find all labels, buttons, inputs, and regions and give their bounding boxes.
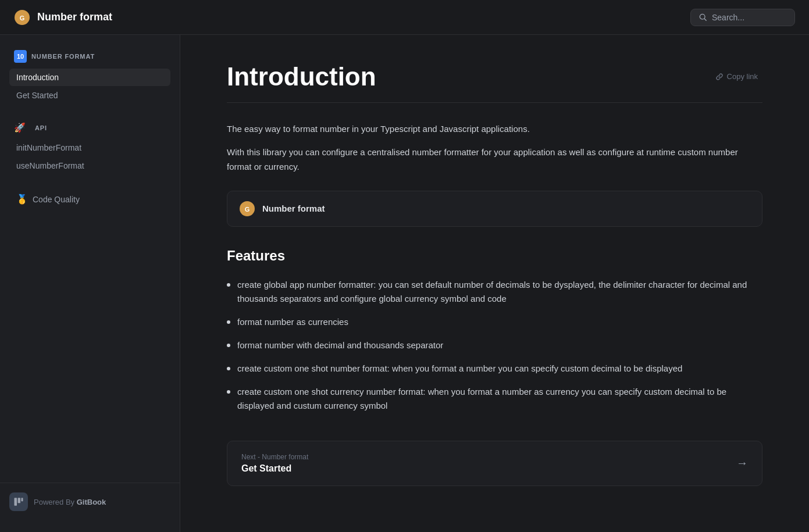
- sidebar-item-get-started[interactable]: Get Started: [9, 87, 170, 104]
- bullet-icon-2: [227, 320, 230, 324]
- svg-text:G: G: [245, 206, 250, 213]
- feature-text-3: format number with decimal and thousands…: [237, 338, 443, 352]
- gitbook-brand: GitBook: [77, 498, 106, 506]
- next-nav-label: Next - Number format: [241, 453, 308, 461]
- sidebar-section-number-format: 10 NUMBER FORMAT Introduction Get Starte…: [0, 47, 180, 105]
- package-card-name: Number format: [262, 203, 325, 213]
- sidebar-section-code-quality: 🥇 Code Quality: [0, 189, 180, 209]
- sidebar-section-title-number-format: NUMBER FORMAT: [31, 53, 95, 60]
- sidebar-section-header: 10 NUMBER FORMAT: [9, 47, 170, 66]
- sidebar-section-title-api: API: [35, 124, 47, 131]
- package-card[interactable]: G Number format: [227, 191, 762, 227]
- search-box[interactable]: Search...: [690, 9, 795, 26]
- feature-item-1: create global app number formatter: you …: [227, 278, 762, 306]
- powered-by-label: Powered By GitBook: [34, 498, 106, 506]
- bullet-icon-1: [227, 283, 230, 287]
- next-nav-content: Next - Number format Get Started: [241, 453, 308, 474]
- feature-item-4: create custom one shot number format: wh…: [227, 362, 762, 376]
- api-emoji-icon: 🚀: [14, 122, 26, 133]
- feature-item-3: format number with decimal and thousands…: [227, 338, 762, 352]
- gitbook-logo-icon: [9, 492, 28, 511]
- sidebar-item-introduction[interactable]: Introduction: [9, 69, 170, 86]
- features-heading: Features: [227, 248, 762, 264]
- sidebar-item-use-label: useNumberFormat: [16, 161, 84, 170]
- sidebar-section-api: 🚀 API initNumberFormat useNumberFormat: [0, 119, 180, 175]
- sidebar-item-init-number-format[interactable]: initNumberFormat: [9, 139, 170, 156]
- bullet-icon-5: [227, 390, 230, 394]
- feature-text-2: format number as currencies: [237, 315, 348, 329]
- content-area: Introduction Copy link The easy way to f…: [180, 35, 809, 532]
- svg-text:G: G: [20, 15, 25, 22]
- app-logo: G: [14, 9, 30, 26]
- main-layout: 10 NUMBER FORMAT Introduction Get Starte…: [0, 35, 809, 532]
- package-card-logo-icon: G: [239, 201, 255, 217]
- page-title-row: Introduction Copy link: [227, 63, 762, 103]
- sidebar-item-introduction-label: Introduction: [16, 73, 59, 82]
- sidebar-item-init-label: initNumberFormat: [16, 143, 81, 152]
- header-title: Number format: [37, 11, 112, 23]
- svg-rect-5: [18, 498, 21, 503]
- feature-text-4: create custom one shot number format: wh…: [237, 362, 682, 376]
- svg-rect-6: [22, 498, 23, 501]
- feature-item-2: format number as currencies: [227, 315, 762, 329]
- bullet-icon-3: [227, 344, 230, 347]
- sidebar-item-code-quality-label: Code Quality: [33, 195, 80, 204]
- sidebar: 10 NUMBER FORMAT Introduction Get Starte…: [0, 35, 180, 532]
- search-placeholder: Search...: [712, 13, 744, 22]
- sidebar-item-use-number-format[interactable]: useNumberFormat: [9, 157, 170, 174]
- sidebar-api-header: 🚀 API: [9, 119, 170, 137]
- feature-text-5: create custom one shot currency number f…: [237, 385, 762, 413]
- svg-line-3: [704, 19, 706, 20]
- next-nav-card[interactable]: Next - Number format Get Started →: [227, 441, 762, 486]
- code-quality-emoji-icon: 🥇: [16, 194, 28, 205]
- page-title: Introduction: [227, 63, 376, 91]
- next-nav-title: Get Started: [241, 463, 308, 474]
- feature-item-5: create custom one shot currency number f…: [227, 385, 762, 413]
- top-header: G Number format Search...: [0, 0, 809, 35]
- sidebar-footer: Powered By GitBook: [0, 483, 180, 520]
- copy-link-label: Copy link: [727, 72, 758, 81]
- feature-text-1: create global app number formatter: you …: [237, 278, 762, 306]
- sidebar-item-get-started-label: Get Started: [16, 91, 58, 100]
- header-left: G Number format: [14, 9, 112, 26]
- link-icon: [715, 73, 724, 81]
- bullet-icon-4: [227, 367, 230, 370]
- intro-paragraph-2: With this library you can configure a ce…: [227, 145, 762, 174]
- sidebar-item-code-quality[interactable]: 🥇 Code Quality: [9, 190, 170, 209]
- number-format-icon: 10: [14, 50, 27, 63]
- copy-link-button[interactable]: Copy link: [711, 70, 762, 83]
- features-list: create global app number formatter: you …: [227, 278, 762, 413]
- intro-paragraph-1: The easy way to format number in your Ty…: [227, 122, 762, 137]
- next-arrow-icon: →: [736, 456, 748, 470]
- search-icon: [699, 13, 707, 22]
- svg-rect-4: [15, 498, 17, 506]
